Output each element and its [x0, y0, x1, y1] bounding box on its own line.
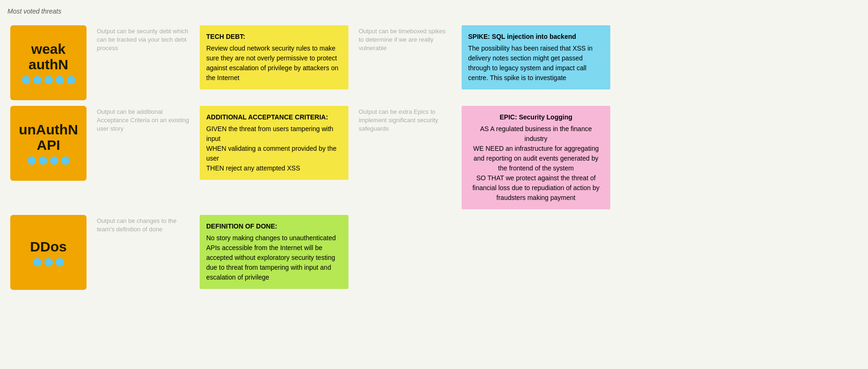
note-title-dod: DEFINITION OF DONE: — [206, 221, 342, 231]
output-row1-col2: Output can be security debt which can be… — [89, 22, 197, 58]
dot — [39, 156, 47, 165]
output-row3-col2: Output can be changes to the team's defi… — [89, 212, 197, 238]
note-definition-of-done: DEFINITION OF DONE: No story making chan… — [200, 215, 348, 289]
threat-label-ddos: DDos — [30, 239, 66, 254]
dot — [56, 76, 64, 84]
dot — [33, 76, 42, 84]
threat-label-weakauthn: weak authN — [29, 41, 68, 72]
note-acceptance-criteria: ADDITIONAL ACCEPTANCE CRITERIA: GIVEN th… — [200, 106, 348, 180]
note-body-epic: AS A regulated business in the finance i… — [472, 125, 600, 201]
dot — [28, 156, 36, 165]
threat-dots-ddos — [33, 258, 64, 266]
dot — [56, 258, 64, 266]
note-spike-sql: SPIKE: SQL injection into backend The po… — [462, 25, 610, 89]
note-body-acceptance: GIVEN the threat from users tampering wi… — [206, 125, 337, 172]
note-title-epic: EPIC: Security Logging — [468, 112, 604, 122]
threat-label-unauthn: unAuthN API — [19, 122, 78, 153]
output-row1-col4: Output can be timeboxed spikes to determ… — [351, 22, 459, 58]
note-title-acceptance: ADDITIONAL ACCEPTANCE CRITERIA: — [206, 112, 342, 122]
threat-dots-weakauthn — [22, 76, 75, 84]
dot — [44, 258, 53, 266]
threat-card-unauthn: unAuthN API — [10, 106, 87, 181]
output-row2-col2: Output can be additional Acceptance Crit… — [89, 103, 197, 138]
note-title-spike-sql: SPIKE: SQL injection into backend — [468, 32, 604, 42]
dot — [50, 156, 58, 165]
threat-card-ddos: DDos — [10, 215, 87, 290]
note-epic-security-logging: EPIC: Security Logging AS A regulated bu… — [462, 106, 610, 209]
threat-dots-unauthn — [28, 156, 70, 165]
dot — [22, 76, 30, 84]
output-row2-col4: Output can be extra Epics to implement s… — [351, 103, 459, 138]
dot — [61, 156, 70, 165]
dot — [33, 258, 42, 266]
note-tech-debt: TECH DEBT: Review cloud network security… — [200, 25, 348, 89]
note-body-tech-debt: Review cloud network security rules to m… — [206, 44, 339, 81]
page-title: Most voted threats — [7, 7, 861, 15]
note-body-spike-sql: The possibility has been raised that XSS… — [468, 44, 593, 81]
dot — [44, 76, 53, 84]
threat-card-weakauthn: weak authN — [10, 25, 87, 100]
dot — [67, 76, 75, 84]
note-body-dod: No story making changes to unauthenticat… — [206, 234, 336, 281]
note-title-tech-debt: TECH DEBT: — [206, 32, 342, 42]
